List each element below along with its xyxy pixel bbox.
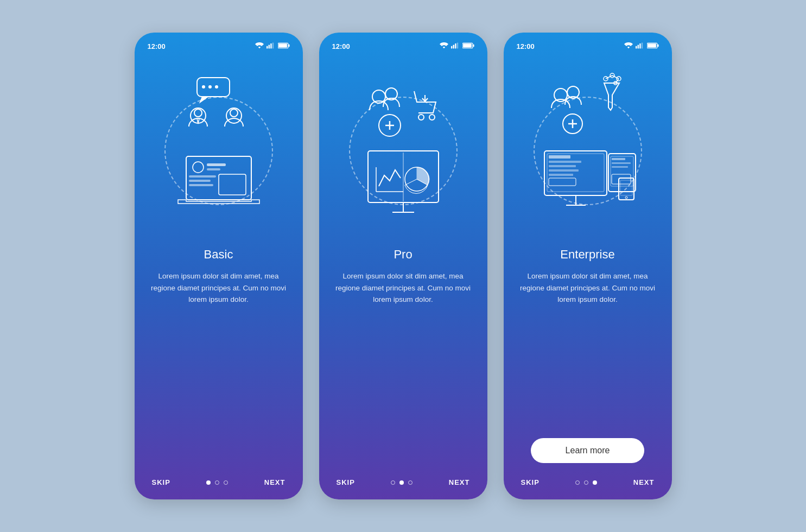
svg-rect-6	[288, 45, 289, 47]
svg-rect-42	[636, 46, 637, 49]
dot-2-pro	[399, 480, 404, 485]
dot-2-enterprise	[584, 480, 588, 485]
svg-rect-24	[453, 45, 454, 48]
svg-rect-47	[648, 43, 656, 47]
icon-area-enterprise	[525, 59, 650, 243]
icon-area-pro	[341, 59, 466, 243]
svg-rect-2	[270, 43, 271, 49]
svg-rect-23	[451, 46, 452, 49]
phone-screen-pro: 12:00	[319, 33, 487, 499]
screen-title-basic: Basic	[204, 248, 233, 262]
signal-icon-enterprise	[636, 42, 644, 50]
svg-rect-7	[197, 78, 230, 97]
wifi-icon-basic	[255, 42, 264, 50]
next-button-enterprise[interactable]: NEXT	[633, 478, 655, 486]
status-bar-pro: 12:00	[332, 42, 474, 50]
dot-1-pro	[391, 480, 395, 485]
battery-icon-basic	[278, 42, 290, 50]
svg-rect-26	[456, 42, 458, 48]
status-icons-enterprise	[624, 42, 659, 50]
next-button-pro[interactable]: NEXT	[449, 478, 470, 486]
svg-point-8	[202, 85, 205, 88]
dot-3-enterprise	[593, 480, 597, 485]
screen-description-enterprise: Lorem ipsum dolor sit dim amet, mea regi…	[517, 270, 659, 429]
signal-icon-basic	[266, 42, 275, 50]
svg-rect-5	[278, 43, 287, 47]
skip-button-basic[interactable]: SKIP	[152, 478, 170, 486]
skip-button-pro[interactable]: SKIP	[337, 478, 355, 486]
status-icons-pro	[440, 42, 474, 50]
dot-2-basic	[215, 480, 219, 485]
dot-1-enterprise	[575, 480, 580, 485]
dot-3-pro	[408, 480, 412, 485]
phone-screen-basic: 12:00	[135, 33, 303, 499]
dots-basic	[206, 480, 228, 485]
screen-title-enterprise: Enterprise	[560, 248, 614, 262]
svg-rect-25	[455, 43, 456, 49]
status-bar-enterprise: 12:00	[517, 42, 659, 50]
dots-pro	[391, 480, 412, 485]
time-pro: 12:00	[332, 42, 350, 50]
svg-point-9	[208, 85, 212, 88]
wifi-icon-pro	[440, 42, 448, 50]
dot-3-basic	[224, 480, 228, 485]
bottom-nav-pro: SKIP NEXT	[332, 478, 474, 486]
battery-icon-pro	[462, 42, 474, 50]
icon-area-basic	[156, 59, 281, 243]
next-button-basic[interactable]: NEXT	[264, 478, 285, 486]
bottom-nav-basic: SKIP NEXT	[148, 478, 290, 486]
svg-rect-1	[268, 45, 269, 48]
svg-rect-45	[641, 42, 642, 48]
dashed-circle-enterprise	[534, 97, 642, 205]
screen-title-pro: Pro	[394, 248, 412, 262]
signal-icon-pro	[451, 42, 460, 50]
status-bar-basic: 12:00	[148, 42, 290, 50]
dot-1-basic	[206, 480, 211, 485]
skip-button-enterprise[interactable]: SKIP	[521, 478, 540, 486]
dots-enterprise	[575, 480, 597, 485]
learn-more-button[interactable]: Learn more	[531, 438, 645, 463]
svg-rect-44	[639, 43, 640, 49]
svg-rect-48	[657, 45, 658, 47]
battery-icon-enterprise	[647, 42, 659, 50]
svg-rect-28	[463, 43, 472, 47]
dashed-circle-basic	[164, 97, 273, 205]
phone-screen-enterprise: 12:00	[504, 33, 672, 499]
bottom-nav-enterprise: SKIP NEXT	[517, 478, 659, 486]
status-icons-basic	[255, 42, 290, 50]
time-enterprise: 12:00	[517, 42, 535, 50]
svg-rect-0	[266, 46, 268, 49]
screens-container: 12:00	[135, 33, 672, 499]
dashed-circle-pro	[349, 97, 458, 205]
svg-point-79	[625, 197, 627, 199]
screen-description-pro: Lorem ipsum dolor sit dim amet, mea regi…	[332, 270, 474, 467]
wifi-icon-enterprise	[624, 42, 633, 50]
svg-point-10	[215, 85, 218, 88]
svg-rect-3	[272, 42, 273, 48]
screen-description-basic: Lorem ipsum dolor sit dim amet, mea regi…	[148, 270, 290, 467]
svg-rect-29	[473, 45, 474, 47]
svg-rect-43	[637, 45, 638, 48]
time-basic: 12:00	[148, 42, 166, 50]
